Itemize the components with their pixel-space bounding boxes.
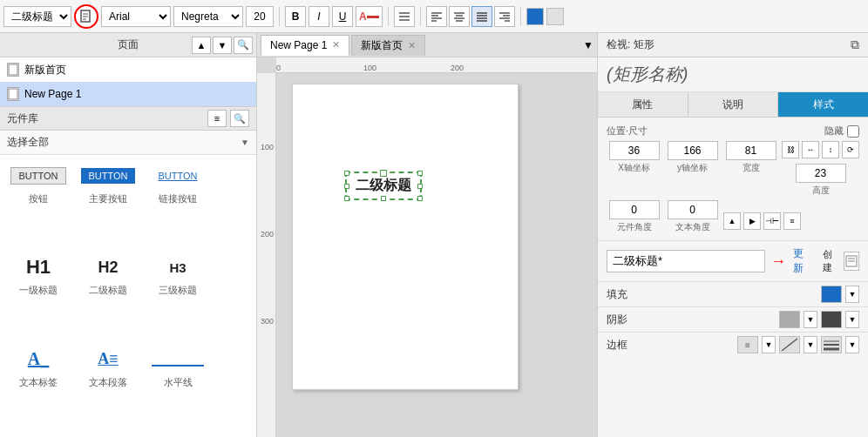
color-swatch-blue[interactable] — [526, 8, 544, 25]
h-field: ⛓ ↔ ↕ ⟳ 高度 — [782, 141, 859, 197]
tab-attributes[interactable]: 属性 — [598, 92, 688, 117]
angle-btn4[interactable]: ≡ — [783, 212, 801, 230]
tab-description[interactable]: 说明 — [688, 92, 779, 117]
border-dropdown-button3[interactable]: ▼ — [845, 336, 859, 353]
align-right-button[interactable] — [494, 6, 515, 27]
text-angle-field: 文本角度 — [665, 200, 720, 233]
comp-label-line: 水平线 — [164, 376, 193, 389]
bold-button[interactable]: B — [285, 6, 306, 27]
component-search-button[interactable]: 🔍 — [230, 110, 249, 127]
move-down-button[interactable]: ▼ — [213, 37, 232, 54]
list-button[interactable] — [394, 6, 415, 27]
right-header-icon[interactable]: ⧉ — [851, 37, 859, 52]
left-panel: 页面 ▲ ▼ 🔍 新版首页 New Page 1 元 — [0, 33, 257, 437]
divider3 — [420, 7, 421, 26]
main-layout: 页面 ▲ ▼ 🔍 新版首页 New Page 1 元 — [0, 33, 868, 437]
shadow-dropdown-button2[interactable]: ▼ — [845, 311, 859, 328]
angle-btn2[interactable]: ▶ — [743, 212, 761, 230]
angle-label: 元件角度 — [617, 221, 652, 233]
align-left-button[interactable] — [426, 6, 447, 27]
element-top-handle — [380, 170, 387, 177]
align-center-button[interactable] — [449, 6, 470, 27]
border-style-box[interactable]: ≡ — [737, 336, 758, 353]
component-item-h3[interactable]: H3 三级标题 — [146, 253, 209, 338]
pages-header: 页面 ▲ ▼ 🔍 — [0, 33, 256, 57]
tab-close-xinban[interactable]: ✕ — [408, 40, 416, 51]
border-dropdown-button1[interactable]: ▼ — [762, 336, 776, 353]
canvas-wrapper[interactable]: 0 100 200 100 200 300 二级标题 — [257, 57, 597, 437]
ruler-left: 100 200 300 — [257, 73, 276, 437]
tabs-bar: New Page 1 ✕ 新版首页 ✕ ▼ — [257, 33, 597, 57]
tabs-dropdown-button[interactable]: ▼ — [583, 39, 593, 51]
component-item-btn-gray[interactable]: BUTTON 按钮 — [7, 162, 70, 246]
angle-btn1[interactable]: ▲ — [723, 212, 741, 230]
page-icon-button[interactable] — [74, 4, 98, 29]
update-button[interactable]: 更新 — [793, 246, 810, 276]
border-dropdown-button2[interactable]: ▼ — [804, 336, 817, 353]
canvas-element[interactable]: 二级标题 — [345, 171, 422, 200]
component-item-h1[interactable]: H1 一级标题 — [7, 253, 70, 338]
lock-ratio-button[interactable]: ⛓ — [782, 141, 799, 158]
shadow-dropdown-button1[interactable]: ▼ — [804, 311, 817, 328]
style-name-row: → 更新 创建 — [598, 240, 868, 281]
angle-btn3[interactable]: ⊣⊢ — [763, 212, 781, 230]
y-input[interactable] — [668, 141, 718, 160]
angle-input[interactable] — [609, 200, 660, 219]
ruler-mark-0: 0 — [276, 64, 281, 72]
component-item-text-b[interactable]: A≡ 文本段落 — [77, 346, 139, 430]
red-arrow-icon: → — [770, 252, 786, 271]
border-color-box[interactable] — [779, 336, 800, 353]
create-icon-button[interactable] — [844, 252, 859, 271]
tab-style[interactable]: 样式 — [778, 92, 868, 117]
x-input[interactable] — [609, 141, 660, 160]
font-color-button[interactable]: A — [356, 6, 383, 27]
tab-close-new-page-1[interactable]: ✕ — [332, 39, 340, 50]
border-width-box[interactable] — [821, 336, 842, 353]
tab-new-page-1[interactable]: New Page 1 ✕ — [261, 35, 349, 56]
comp-label-h3: 三级标题 — [159, 284, 197, 297]
select-all-row[interactable]: 选择全部 ▼ — [0, 131, 256, 155]
page-item-active[interactable]: New Page 1 — [0, 82, 256, 106]
italic-button[interactable]: I — [309, 6, 329, 27]
comp-h2: H2 — [98, 259, 118, 277]
component-item-h2[interactable]: H2 二级标题 — [77, 253, 139, 338]
h-input[interactable] — [796, 164, 846, 183]
style-name-input[interactable] — [607, 250, 765, 272]
zoom-button[interactable]: 🔍 — [234, 37, 253, 54]
component-item-btn-link[interactable]: BUTTON 链接按钮 — [146, 162, 209, 246]
component-item-text-a[interactable]: A_ 文本标签 — [7, 346, 70, 430]
x-label: X轴坐标 — [618, 162, 650, 174]
fill-color-box[interactable] — [821, 286, 842, 303]
flip-v-button[interactable]: ↕ — [822, 141, 839, 158]
ruler-mark-200: 200 — [451, 64, 464, 72]
component-item-line[interactable]: 水平线 — [146, 346, 209, 430]
hide-checkbox[interactable] — [847, 125, 859, 138]
hide-row: 隐藏 — [824, 124, 859, 138]
canvas-element-wrapper[interactable]: 二级标题 — [345, 171, 422, 200]
right-panel-header: 检视: 矩形 ⧉ — [598, 33, 868, 57]
w-input[interactable] — [726, 141, 776, 160]
tab-label-xinban: 新版首页 — [361, 38, 403, 53]
underline-button[interactable]: U — [332, 6, 353, 27]
align-justify-button[interactable] — [471, 6, 492, 27]
page-item[interactable]: 新版首页 — [0, 57, 256, 82]
border-label: 边框 — [607, 338, 633, 353]
component-item-btn-blue[interactable]: BUTTON 主要按钮 — [77, 162, 139, 246]
w-field: 宽度 — [723, 141, 778, 197]
font-variant-select[interactable]: NegretaNegretaNormalItalic — [173, 6, 243, 27]
font-family-select[interactable]: ArialArialTimes New RomanHelvetica — [101, 6, 171, 27]
shadow-color-box2[interactable] — [821, 311, 842, 328]
color-swatch-gray[interactable] — [546, 8, 564, 25]
move-up-button[interactable]: ▲ — [192, 37, 211, 54]
reset-button[interactable]: ⟳ — [842, 141, 859, 158]
shadow-color-box1[interactable] — [779, 311, 800, 328]
font-size-input[interactable] — [246, 6, 274, 27]
flip-h-button[interactable]: ↔ — [802, 141, 819, 158]
fill-dropdown-button[interactable]: ▼ — [845, 286, 859, 303]
style-select[interactable]: 二级标题二级标题一级标题三级标题正文 — [3, 6, 71, 27]
text-angle-input[interactable] — [668, 200, 718, 219]
component-menu-button[interactable]: ≡ — [207, 110, 227, 127]
tab-xinban[interactable]: 新版首页 ✕ — [351, 35, 425, 56]
page-list: 新版首页 New Page 1 — [0, 57, 256, 106]
position-section: 位置·尺寸 隐藏 X轴坐标 y轴坐标 — [607, 124, 859, 233]
